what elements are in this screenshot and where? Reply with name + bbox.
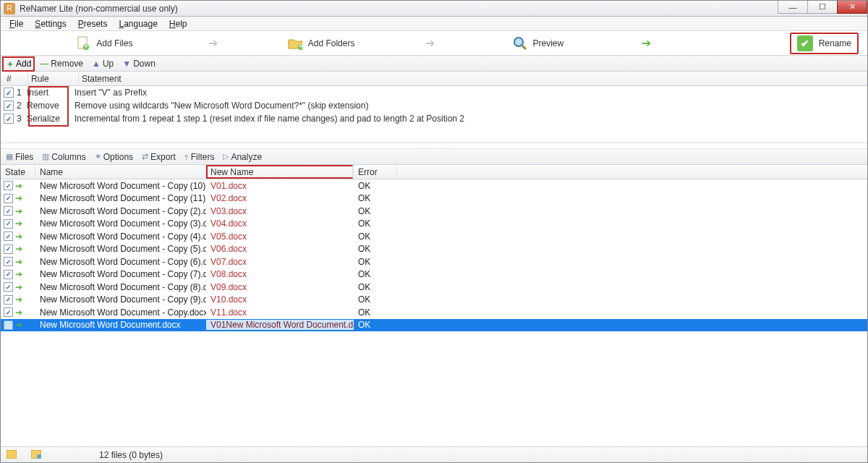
file-row[interactable]: ✓➔New Microsoft Word Document - Copy (11…: [1, 192, 867, 205]
file-newname: V07.docx: [206, 257, 354, 267]
file-add-icon: +: [76, 36, 90, 51]
menu-presets[interactable]: Presets: [72, 17, 114, 30]
up-rule-button[interactable]: ▲ Up: [88, 58, 117, 69]
status-bar: 12 files (0 bytes): [1, 446, 867, 462]
file-newname: V10.docx: [206, 294, 354, 305]
grid-icon: ▦: [6, 152, 13, 161]
file-checkbox[interactable]: ✓: [4, 257, 13, 266]
options-button[interactable]: ✶Options: [91, 151, 137, 163]
file-row[interactable]: ✓➔New Microsoft Word Document - Copy (6)…: [1, 255, 867, 268]
col-statement[interactable]: Statement: [79, 72, 867, 85]
remove-rule-button[interactable]: — Remove: [36, 58, 87, 69]
file-checkbox[interactable]: ✓: [4, 245, 13, 254]
file-error: OK: [354, 193, 397, 203]
rule-checkbox[interactable]: ✓: [4, 88, 14, 98]
file-error: OK: [354, 206, 397, 216]
rule-row[interactable]: ✓3SerializeIncremental from 1 repeat 1 s…: [1, 112, 867, 125]
add-rule-button[interactable]: ＋ Add: [2, 56, 35, 72]
file-error: OK: [354, 294, 397, 305]
add-folders-button[interactable]: + Add Folders: [218, 36, 425, 51]
arrow-right-icon: ➔: [15, 181, 22, 191]
rule-checkbox[interactable]: ✓: [4, 101, 14, 111]
file-checkbox[interactable]: ✓: [4, 270, 13, 279]
file-row[interactable]: ✓➔New Microsoft Word Document - Copy (2)…: [1, 205, 867, 218]
file-checkbox[interactable]: ✓: [4, 194, 13, 203]
rule-statement: Insert "V" as Prefix: [70, 88, 867, 98]
filters-button[interactable]: ⫯Filters: [181, 151, 218, 163]
arrow-right-icon: ➔: [15, 193, 22, 203]
minimize-button[interactable]: —: [778, 1, 808, 14]
check-icon: ✔: [797, 35, 813, 51]
col-index[interactable]: #: [4, 72, 28, 85]
add-files-button[interactable]: + Add Files: [1, 36, 208, 51]
file-row[interactable]: ➔New Microsoft Word Document.docxV01New …: [1, 319, 867, 332]
file-name: New Microsoft Word Document - Copy (4).d…: [35, 232, 206, 242]
play-icon: ▷: [223, 152, 229, 161]
file-row[interactable]: ✓➔New Microsoft Word Document - Copy (5)…: [1, 243, 867, 256]
files-button[interactable]: ▦Files: [2, 151, 37, 163]
files-toolbar: ▦Files ▥Columns ✶Options ⇄Export ⫯Filter…: [1, 149, 867, 165]
menu-language[interactable]: Language: [113, 17, 163, 30]
preview-button[interactable]: Preview: [435, 36, 642, 51]
rule-row[interactable]: ✓2RemoveRemove using wildcards "New Micr…: [1, 99, 867, 112]
file-name: New Microsoft Word Document - Copy (2).d…: [35, 206, 206, 216]
file-newname: V04.docx: [206, 218, 354, 229]
down-rule-button[interactable]: ▼ Down: [119, 58, 159, 69]
menu-help[interactable]: Help: [163, 17, 193, 30]
file-checkbox[interactable]: ✓: [4, 206, 13, 216]
file-error: OK: [354, 307, 397, 318]
rule-index: 3: [17, 114, 27, 124]
files-list[interactable]: ✓➔New Microsoft Word Document - Copy (10…: [1, 179, 867, 446]
file-row[interactable]: ✓➔New Microsoft Word Document - Copy (4)…: [1, 230, 867, 243]
analyze-button[interactable]: ▷Analyze: [219, 151, 265, 163]
col-rule[interactable]: Rule: [28, 72, 79, 85]
file-checkbox[interactable]: ✓: [4, 232, 13, 241]
preview-label: Preview: [533, 38, 564, 48]
rule-checkbox[interactable]: ✓: [4, 114, 14, 124]
file-error: OK: [354, 269, 397, 279]
col-error[interactable]: Error: [354, 165, 397, 179]
file-checkbox[interactable]: ✓: [4, 295, 13, 305]
app-icon: R: [4, 3, 15, 14]
file-row[interactable]: ✓➔New Microsoft Word Document - Copy (10…: [1, 179, 867, 192]
file-checkbox[interactable]: ✓: [4, 282, 13, 292]
menu-file[interactable]: File: [4, 17, 29, 30]
rule-statement: Incremental from 1 repeat 1 step 1 (rese…: [70, 114, 867, 124]
gear-icon: ✶: [95, 152, 101, 161]
splitter-handle[interactable]: · · · · · ·: [1, 143, 867, 149]
col-name[interactable]: Name: [35, 165, 206, 179]
arrow-right-icon: ➔: [15, 232, 22, 242]
arrow-icon: ➔: [425, 36, 435, 50]
maximize-button[interactable]: ☐: [807, 1, 838, 14]
arrow-right-icon: ➔: [15, 206, 22, 216]
magnifier-icon: [513, 36, 527, 51]
file-newname: V11.docx: [206, 307, 354, 318]
file-newname: V02.docx: [206, 193, 354, 203]
menu-bar: File Settings Presets Language Help: [1, 17, 867, 31]
svg-text:+: +: [84, 41, 89, 51]
file-row[interactable]: ✓➔New Microsoft Word Document - Copy (3)…: [1, 218, 867, 231]
rule-row[interactable]: ✓1InsertInsert "V" as Prefix: [1, 86, 867, 99]
file-error: OK: [354, 257, 397, 267]
menu-settings[interactable]: Settings: [29, 17, 72, 30]
file-row[interactable]: ✓➔New Microsoft Word Document - Copy (8)…: [1, 281, 867, 294]
file-checkbox[interactable]: ✓: [4, 181, 13, 190]
rename-button[interactable]: ✔ Rename: [790, 33, 859, 54]
file-checkbox[interactable]: ✓: [4, 219, 13, 229]
file-row[interactable]: ✓➔New Microsoft Word Document - Copy (9)…: [1, 294, 867, 307]
export-button[interactable]: ⇄Export: [138, 151, 179, 163]
file-checkbox[interactable]: [4, 320, 13, 330]
rule-name: Remove: [27, 101, 70, 111]
col-state[interactable]: State: [1, 165, 35, 179]
export-icon: ⇄: [142, 152, 148, 161]
file-row[interactable]: ✓➔New Microsoft Word Document - Copy.doc…: [1, 306, 867, 319]
file-checkbox[interactable]: ✓: [4, 307, 13, 317]
file-row[interactable]: ✓➔New Microsoft Word Document - Copy (7)…: [1, 268, 867, 281]
col-newname[interactable]: New Name: [206, 165, 354, 179]
svg-point-9: [37, 454, 41, 459]
status-text: 12 files (0 bytes): [99, 450, 163, 460]
columns-button[interactable]: ▥Columns: [38, 151, 89, 163]
close-button[interactable]: ✕: [837, 1, 867, 14]
svg-line-6: [522, 46, 526, 49]
title-bar: R ReNamer Lite (non-commercial use only)…: [1, 1, 867, 17]
